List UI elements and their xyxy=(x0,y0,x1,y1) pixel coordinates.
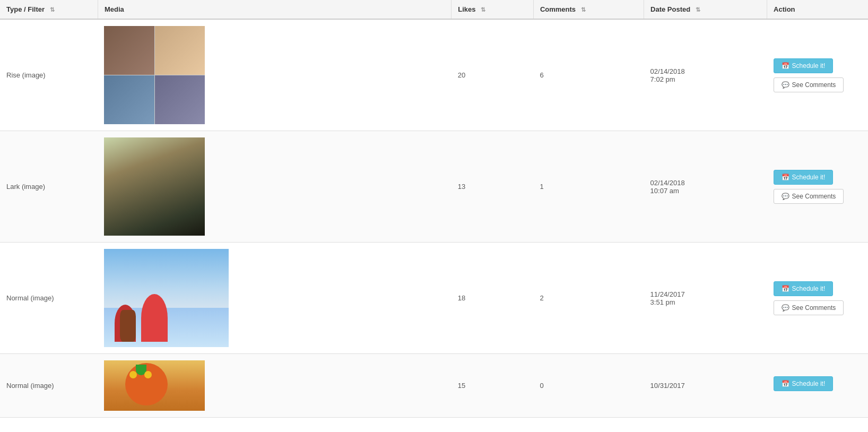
row-4-action-buttons: 📅 Schedule it! xyxy=(774,376,862,395)
row-3-date: 11/24/2017 3:51 pm xyxy=(644,243,767,354)
col-action-label: Action xyxy=(774,5,795,13)
row-4-schedule-button[interactable]: 📅 Schedule it! xyxy=(774,376,834,391)
row-3-likes: 18 xyxy=(452,243,534,354)
row-4-actions: 📅 Schedule it! xyxy=(767,354,868,418)
schedule-icon: 📅 xyxy=(782,285,789,292)
row-4-media xyxy=(98,354,451,418)
table-body: Rise (image) 20 6 02/14/2018 7:02 pm xyxy=(0,19,868,418)
table-row: Rise (image) 20 6 02/14/2018 7:02 pm xyxy=(0,19,868,131)
row-1-action-buttons: 📅 Schedule it! 💬 See Comments xyxy=(774,58,862,92)
row-3-image xyxy=(104,249,229,347)
schedule-icon: 📅 xyxy=(782,174,789,181)
col-likes-sort-icon[interactable]: ⇅ xyxy=(481,6,485,13)
image-quadrant-tr xyxy=(155,26,205,75)
table-row: Normal (image) 18 2 11/24/2017 3:51 pm xyxy=(0,243,868,354)
row-2-actions: 📅 Schedule it! 💬 See Comments xyxy=(767,131,868,243)
row-2-see-comments-button[interactable]: 💬 See Comments xyxy=(774,189,844,204)
row-4-date: 10/31/2017 xyxy=(644,354,767,418)
col-media-label: Media xyxy=(105,5,124,13)
schedule-icon: 📅 xyxy=(782,380,789,387)
row-4-comments: 0 xyxy=(533,354,644,418)
table-header: Type / Filter ⇅ Media Likes ⇅ Comments ⇅… xyxy=(0,0,868,19)
table-row: Lark (image) 13 1 02/14/2018 10:07 am 📅 … xyxy=(0,131,868,243)
comment-icon: 💬 xyxy=(782,81,789,89)
row-1-comments: 6 xyxy=(533,19,644,131)
table-row: Normal (image) 15 0 10/31/2017 xyxy=(0,354,868,418)
col-action: Action xyxy=(767,0,868,19)
row-1-actions: 📅 Schedule it! 💬 See Comments xyxy=(767,19,868,131)
row-3-see-comments-button[interactable]: 💬 See Comments xyxy=(774,300,844,315)
col-likes[interactable]: Likes ⇅ xyxy=(452,0,534,19)
row-4-image xyxy=(104,360,205,411)
row-1-date: 02/14/2018 7:02 pm xyxy=(644,19,767,131)
row-2-type: Lark (image) xyxy=(0,131,98,243)
col-type[interactable]: Type / Filter ⇅ xyxy=(0,0,98,19)
row-4-likes: 15 xyxy=(452,354,534,418)
row-1-see-comments-button[interactable]: 💬 See Comments xyxy=(774,77,844,92)
row-3-schedule-button[interactable]: 📅 Schedule it! xyxy=(774,281,834,296)
row-1-type: Rise (image) xyxy=(0,19,98,131)
schedule-icon: 📅 xyxy=(782,62,789,70)
comment-icon: 💬 xyxy=(782,193,789,200)
row-1-likes: 20 xyxy=(452,19,534,131)
col-comments[interactable]: Comments ⇅ xyxy=(533,0,644,19)
col-likes-label: Likes xyxy=(458,5,475,13)
row-1-image xyxy=(104,26,205,124)
comment-icon: 💬 xyxy=(782,304,789,312)
col-type-sort-icon[interactable]: ⇅ xyxy=(50,6,55,13)
row-1-schedule-button[interactable]: 📅 Schedule it! xyxy=(774,58,834,73)
image-quadrant-br xyxy=(155,75,205,124)
row-4-type: Normal (image) xyxy=(0,354,98,418)
row-2-comments: 1 xyxy=(533,131,644,243)
image-quadrant-tl xyxy=(104,26,154,75)
col-comments-label: Comments xyxy=(540,5,576,13)
row-3-media xyxy=(98,243,451,354)
row-3-type: Normal (image) xyxy=(0,243,98,354)
row-3-actions: 📅 Schedule it! 💬 See Comments xyxy=(767,243,868,354)
row-2-likes: 13 xyxy=(452,131,534,243)
col-type-label: Type / Filter xyxy=(6,5,45,13)
row-1-media xyxy=(98,19,451,131)
media-table: Type / Filter ⇅ Media Likes ⇅ Comments ⇅… xyxy=(0,0,868,418)
col-date-label: Date Posted xyxy=(650,5,690,13)
row-2-media xyxy=(98,131,451,243)
row-3-comments: 2 xyxy=(533,243,644,354)
col-comments-sort-icon[interactable]: ⇅ xyxy=(581,6,586,13)
col-date-sort-icon[interactable]: ⇅ xyxy=(696,6,700,13)
row-2-image xyxy=(104,137,205,236)
image-quadrant-bl xyxy=(104,75,154,124)
row-2-date: 02/14/2018 10:07 am xyxy=(644,131,767,243)
row-3-action-buttons: 📅 Schedule it! 💬 See Comments xyxy=(774,281,862,315)
row-2-action-buttons: 📅 Schedule it! 💬 See Comments xyxy=(774,170,862,204)
row-2-schedule-button[interactable]: 📅 Schedule it! xyxy=(774,170,834,185)
col-media: Media xyxy=(98,0,451,19)
col-date-posted[interactable]: Date Posted ⇅ xyxy=(644,0,767,19)
